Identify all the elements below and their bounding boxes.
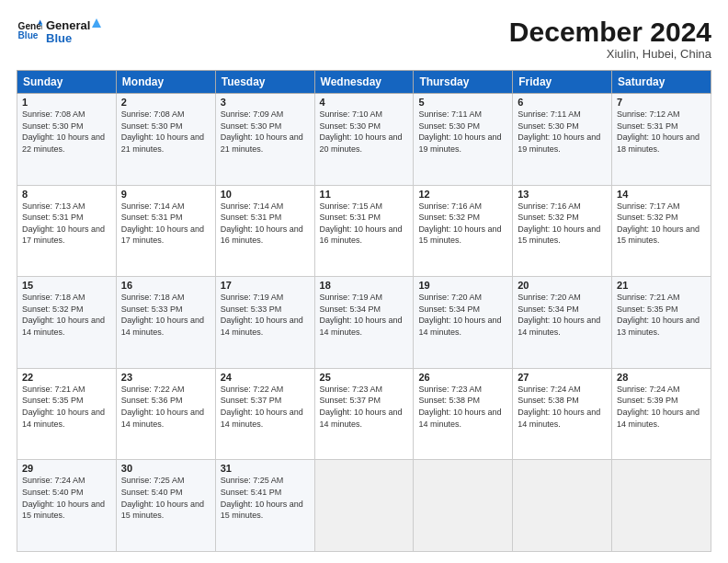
- week-row-4: 22Sunrise: 7:21 AMSunset: 5:35 PMDayligh…: [17, 368, 711, 460]
- week-row-5: 29Sunrise: 7:24 AMSunset: 5:40 PMDayligh…: [17, 460, 711, 552]
- day-info: Sunrise: 7:11 AMSunset: 5:30 PMDaylight:…: [418, 109, 507, 155]
- day-number: 21: [617, 280, 706, 291]
- day-number: 20: [518, 280, 607, 291]
- day-info: Sunrise: 7:18 AMSunset: 5:33 PMDaylight:…: [121, 292, 210, 338]
- day-cell-16: 16Sunrise: 7:18 AMSunset: 5:33 PMDayligh…: [116, 277, 215, 369]
- day-number: 4: [320, 97, 409, 108]
- day-cell-19: 19Sunrise: 7:20 AMSunset: 5:34 PMDayligh…: [414, 277, 513, 369]
- day-number: 19: [418, 280, 507, 291]
- empty-cell: [513, 460, 612, 552]
- day-cell-7: 7Sunrise: 7:12 AMSunset: 5:31 PMDaylight…: [612, 94, 711, 186]
- day-info: Sunrise: 7:23 AMSunset: 5:37 PMDaylight:…: [320, 384, 409, 430]
- day-info: Sunrise: 7:25 AMSunset: 5:40 PMDaylight:…: [121, 475, 210, 521]
- day-cell-8: 8Sunrise: 7:13 AMSunset: 5:31 PMDaylight…: [17, 185, 117, 277]
- day-cell-2: 2Sunrise: 7:08 AMSunset: 5:30 PMDaylight…: [116, 94, 215, 186]
- day-number: 14: [617, 189, 706, 200]
- day-cell-11: 11Sunrise: 7:15 AMSunset: 5:31 PMDayligh…: [314, 185, 414, 277]
- day-info: Sunrise: 7:20 AMSunset: 5:34 PMDaylight:…: [518, 292, 607, 338]
- day-cell-30: 30Sunrise: 7:25 AMSunset: 5:40 PMDayligh…: [116, 460, 215, 552]
- day-cell-10: 10Sunrise: 7:14 AMSunset: 5:31 PMDayligh…: [215, 185, 314, 277]
- day-number: 17: [221, 280, 310, 291]
- day-number: 27: [518, 372, 607, 383]
- day-number: 13: [518, 189, 607, 200]
- day-cell-5: 5Sunrise: 7:11 AMSunset: 5:30 PMDaylight…: [414, 94, 513, 186]
- day-number: 3: [221, 97, 310, 108]
- day-number: 10: [221, 189, 310, 200]
- logo-graphic: General Blue: [46, 17, 101, 46]
- day-cell-3: 3Sunrise: 7:09 AMSunset: 5:30 PMDaylight…: [215, 94, 314, 186]
- day-number: 2: [121, 97, 210, 108]
- day-info: Sunrise: 7:24 AMSunset: 5:40 PMDaylight:…: [22, 475, 111, 521]
- day-number: 9: [121, 189, 210, 200]
- day-number: 12: [418, 189, 507, 200]
- day-info: Sunrise: 7:16 AMSunset: 5:32 PMDaylight:…: [518, 201, 607, 247]
- day-info: Sunrise: 7:15 AMSunset: 5:31 PMDaylight:…: [320, 201, 409, 247]
- day-info: Sunrise: 7:10 AMSunset: 5:30 PMDaylight:…: [320, 109, 409, 155]
- svg-text:General: General: [46, 18, 90, 32]
- day-number: 18: [320, 280, 409, 291]
- day-number: 15: [22, 280, 111, 291]
- day-info: Sunrise: 7:22 AMSunset: 5:37 PMDaylight:…: [221, 384, 310, 430]
- logo: General Blue General Blue: [17, 17, 101, 46]
- day-info: Sunrise: 7:18 AMSunset: 5:32 PMDaylight:…: [22, 292, 111, 338]
- day-info: Sunrise: 7:08 AMSunset: 5:30 PMDaylight:…: [22, 109, 111, 155]
- day-info: Sunrise: 7:17 AMSunset: 5:32 PMDaylight:…: [617, 201, 706, 247]
- day-cell-13: 13Sunrise: 7:16 AMSunset: 5:32 PMDayligh…: [513, 185, 612, 277]
- day-cell-1: 1Sunrise: 7:08 AMSunset: 5:30 PMDaylight…: [17, 94, 117, 186]
- day-info: Sunrise: 7:19 AMSunset: 5:34 PMDaylight:…: [320, 292, 409, 338]
- col-header-friday: Friday: [513, 71, 612, 94]
- col-header-sunday: Sunday: [17, 71, 117, 94]
- day-cell-15: 15Sunrise: 7:18 AMSunset: 5:32 PMDayligh…: [17, 277, 117, 369]
- day-cell-18: 18Sunrise: 7:19 AMSunset: 5:34 PMDayligh…: [314, 277, 414, 369]
- day-info: Sunrise: 7:20 AMSunset: 5:34 PMDaylight:…: [418, 292, 507, 338]
- empty-cell: [612, 460, 711, 552]
- day-info: Sunrise: 7:09 AMSunset: 5:30 PMDaylight:…: [221, 109, 310, 155]
- day-info: Sunrise: 7:24 AMSunset: 5:38 PMDaylight:…: [518, 384, 607, 430]
- day-cell-17: 17Sunrise: 7:19 AMSunset: 5:33 PMDayligh…: [215, 277, 314, 369]
- day-info: Sunrise: 7:22 AMSunset: 5:36 PMDaylight:…: [121, 384, 210, 430]
- day-info: Sunrise: 7:08 AMSunset: 5:30 PMDaylight:…: [121, 109, 210, 155]
- col-header-tuesday: Tuesday: [215, 71, 314, 94]
- day-info: Sunrise: 7:23 AMSunset: 5:38 PMDaylight:…: [418, 384, 507, 430]
- day-number: 31: [221, 463, 310, 474]
- location: Xiulin, Hubei, China: [509, 47, 711, 61]
- day-cell-24: 24Sunrise: 7:22 AMSunset: 5:37 PMDayligh…: [215, 368, 314, 460]
- day-number: 11: [320, 189, 409, 200]
- day-info: Sunrise: 7:12 AMSunset: 5:31 PMDaylight:…: [617, 109, 706, 155]
- day-number: 29: [22, 463, 111, 474]
- header: General Blue General Blue December 2024 …: [17, 17, 711, 61]
- day-cell-22: 22Sunrise: 7:21 AMSunset: 5:35 PMDayligh…: [17, 368, 117, 460]
- week-row-2: 8Sunrise: 7:13 AMSunset: 5:31 PMDaylight…: [17, 185, 711, 277]
- col-header-monday: Monday: [116, 71, 215, 94]
- day-number: 16: [121, 280, 210, 291]
- month-title: December 2024: [509, 17, 711, 47]
- day-cell-31: 31Sunrise: 7:25 AMSunset: 5:41 PMDayligh…: [215, 460, 314, 552]
- calendar-page: General Blue General Blue December 2024 …: [0, 0, 728, 563]
- col-header-wednesday: Wednesday: [314, 71, 414, 94]
- empty-cell: [314, 460, 414, 552]
- day-info: Sunrise: 7:16 AMSunset: 5:32 PMDaylight:…: [418, 201, 507, 247]
- day-number: 22: [22, 372, 111, 383]
- day-number: 7: [617, 97, 706, 108]
- title-block: December 2024 Xiulin, Hubei, China: [509, 17, 711, 61]
- day-number: 24: [221, 372, 310, 383]
- week-row-1: 1Sunrise: 7:08 AMSunset: 5:30 PMDaylight…: [17, 94, 711, 186]
- day-number: 1: [22, 97, 111, 108]
- svg-text:Blue: Blue: [18, 30, 39, 40]
- empty-cell: [414, 460, 513, 552]
- calendar-table: SundayMondayTuesdayWednesdayThursdayFrid…: [17, 70, 711, 552]
- day-cell-12: 12Sunrise: 7:16 AMSunset: 5:32 PMDayligh…: [414, 185, 513, 277]
- day-number: 30: [121, 463, 210, 474]
- day-number: 28: [617, 372, 706, 383]
- day-number: 5: [418, 97, 507, 108]
- day-cell-9: 9Sunrise: 7:14 AMSunset: 5:31 PMDaylight…: [116, 185, 215, 277]
- day-info: Sunrise: 7:21 AMSunset: 5:35 PMDaylight:…: [617, 292, 706, 338]
- day-info: Sunrise: 7:14 AMSunset: 5:31 PMDaylight:…: [221, 201, 310, 247]
- day-cell-14: 14Sunrise: 7:17 AMSunset: 5:32 PMDayligh…: [612, 185, 711, 277]
- day-cell-26: 26Sunrise: 7:23 AMSunset: 5:38 PMDayligh…: [414, 368, 513, 460]
- logo-icon: General Blue: [17, 18, 42, 44]
- day-cell-27: 27Sunrise: 7:24 AMSunset: 5:38 PMDayligh…: [513, 368, 612, 460]
- week-row-3: 15Sunrise: 7:18 AMSunset: 5:32 PMDayligh…: [17, 277, 711, 369]
- day-number: 8: [22, 189, 111, 200]
- day-cell-21: 21Sunrise: 7:21 AMSunset: 5:35 PMDayligh…: [612, 277, 711, 369]
